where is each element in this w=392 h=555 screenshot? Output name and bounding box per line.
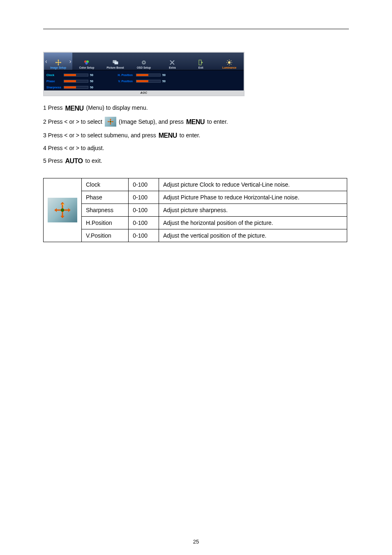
- param-range: 0-100: [129, 191, 159, 204]
- instr-line-2: 2 Press < or > to select (Image Setup), …: [43, 117, 349, 127]
- osd-tab-label: Luminance: [222, 66, 236, 69]
- osd-vpos-label: V. Position: [118, 80, 133, 83]
- exit-icon: [198, 60, 204, 65]
- instructions: 1 Press MENU (Menu) to display menu. 2 P…: [43, 104, 349, 166]
- param-desc: Adjust the horizontal position of the pi…: [159, 216, 347, 229]
- osd-tab-extra: Extra: [158, 53, 187, 70]
- osd-footer: AOC: [44, 90, 244, 95]
- svg-point-2: [85, 62, 88, 65]
- osd-tab-label: Picture Boost: [106, 66, 124, 69]
- osd-hpos-label: H. Position: [118, 74, 133, 76]
- param-range: 0-100: [129, 178, 159, 191]
- param-desc: Adjust picture sharpness.: [159, 204, 347, 216]
- osd-clock-slider: [64, 74, 88, 76]
- header-rule: [43, 29, 349, 29]
- osd-tab-color-setup: Color Setup: [72, 53, 101, 70]
- osd-tab-label: Exit: [198, 66, 203, 69]
- close-icon: [169, 60, 175, 65]
- content: ‹› Image Setup Color Setup Pi: [0, 0, 392, 242]
- menu-glyph: MENU: [159, 131, 177, 140]
- osd-tab-picture-boost: Picture Boost: [101, 53, 129, 70]
- page-number: 25: [0, 539, 392, 545]
- table-icon-cell: [44, 178, 82, 242]
- param-name: Sharpness: [82, 204, 129, 216]
- param-name: H.Position: [82, 216, 129, 229]
- svg-point-10: [61, 208, 64, 212]
- param-name: V.Position: [82, 229, 129, 242]
- osd-tab-luminance: Luminance: [215, 53, 244, 70]
- auto-glyph: AUTO: [65, 157, 83, 166]
- sun-icon: [226, 60, 233, 65]
- image-setup-icon: [105, 117, 116, 127]
- instr-line-5: 5 Press AUTO to exit.: [43, 156, 349, 165]
- osd-body: Clock Phase Sharpness 50 50 50 H. Positi…: [44, 70, 244, 90]
- instr-line-3: 3 Press < or > to select submenu, and pr…: [43, 131, 349, 140]
- osd-tabs: ‹› Image Setup Color Setup Pi: [44, 53, 244, 70]
- move-icon: [55, 60, 62, 65]
- svg-point-9: [110, 121, 111, 123]
- osd-clock-label: Clock: [46, 74, 54, 76]
- osd-sharpness-slider: [64, 86, 88, 89]
- instr-line-1: 1 Press MENU (Menu) to display menu.: [43, 104, 349, 113]
- osd-vpos-slider: [136, 80, 161, 83]
- osd-tab-exit: Exit: [187, 53, 215, 70]
- param-name: Clock: [82, 178, 129, 191]
- image-setup-big-icon: [48, 198, 77, 222]
- osd-hpos-slider: [136, 74, 161, 76]
- param-range: 0-100: [129, 216, 159, 229]
- svg-rect-4: [115, 62, 118, 64]
- svg-point-6: [143, 62, 145, 63]
- osd-tab-image-setup: ‹› Image Setup: [44, 53, 72, 70]
- osd-tab-osd-setup: OSD Setup: [129, 53, 158, 70]
- params-table: Clock 0-100 Adjust picture Clock to redu…: [43, 178, 347, 242]
- param-desc: Adjust picture Clock to reduce Vertical-…: [159, 178, 347, 191]
- param-desc: Adjust Picture Phase to reduce Horizonta…: [159, 191, 347, 204]
- osd-tab-label: Image Setup: [50, 66, 66, 69]
- menu-glyph: MENU: [65, 104, 83, 113]
- osd-phase-slider: [64, 80, 88, 83]
- osd-sharpness-label: Sharpness: [46, 86, 61, 89]
- osd-screenshot: ‹› Image Setup Color Setup Pi: [43, 52, 244, 96]
- gear-icon: [141, 60, 147, 65]
- windows-icon: [112, 60, 119, 65]
- svg-rect-7: [199, 60, 201, 65]
- svg-point-8: [228, 61, 231, 64]
- page: ‹› Image Setup Color Setup Pi: [0, 0, 392, 555]
- osd-tab-label: Extra: [169, 66, 175, 69]
- param-range: 0-100: [129, 229, 159, 242]
- osd-tab-label: Color Setup: [79, 66, 95, 69]
- osd-tab-label: OSD Setup: [137, 66, 151, 69]
- param-name: Phase: [82, 191, 129, 204]
- osd-phase-label: Phase: [46, 80, 55, 83]
- instr-line-4: 4 Press < or > to adjust.: [43, 144, 349, 153]
- menu-glyph: MENU: [186, 118, 205, 127]
- palette-icon: [83, 60, 90, 65]
- param-desc: Adjust the vertical position of the pict…: [159, 229, 347, 242]
- param-range: 0-100: [129, 204, 159, 216]
